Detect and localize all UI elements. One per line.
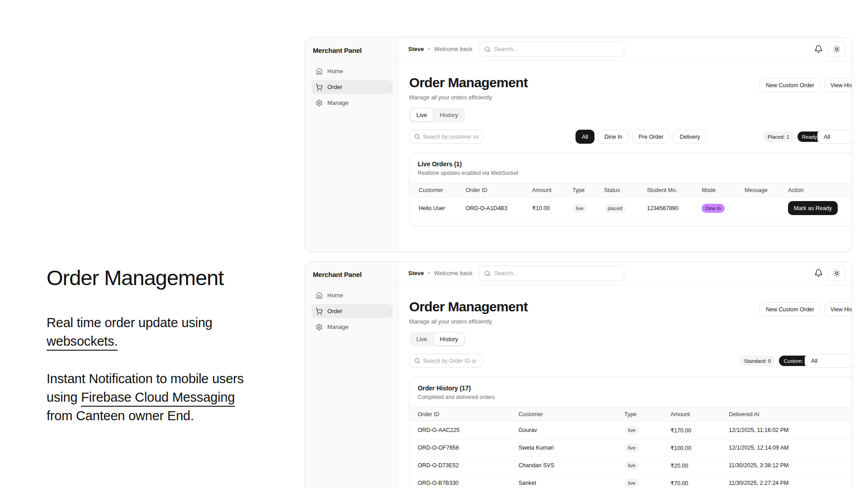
sidebar-nav: Home Order Manage (311, 288, 392, 334)
col-status: Status (604, 187, 647, 193)
order-tabs: Live History (409, 108, 465, 122)
card-title: Order History (17) (410, 385, 852, 392)
global-search-input[interactable] (494, 46, 619, 52)
range-select[interactable]: All (805, 354, 852, 368)
col-customer: Customer (419, 187, 466, 193)
sidebar-item-label: Home (327, 68, 343, 75)
sidebar-item-label: Manage (327, 99, 349, 106)
hero-paragraph-fcm: Instant Notification to mobile users usi… (47, 370, 291, 425)
cell-amount: ₹70.00 (670, 480, 729, 487)
standard-count-badge: Standard: 0 (740, 356, 775, 366)
sidebar-item-label: Home (327, 292, 343, 299)
type-badge: live (624, 443, 639, 452)
hero-p1-underlined: websockets. (47, 334, 118, 348)
sidebar-item-order[interactable]: Order (311, 304, 392, 318)
theme-toggle-button[interactable] (828, 266, 845, 281)
col-action: Action (788, 187, 852, 193)
history-search[interactable] (409, 354, 483, 368)
view-history-button[interactable]: View History (824, 78, 852, 92)
search-icon (484, 270, 491, 277)
tab-history[interactable]: History (434, 109, 464, 121)
card-subtitle: Realtime updates enabled via WebSocket (410, 170, 852, 176)
new-custom-order-button[interactable]: New Custom Order (760, 78, 821, 92)
table-header-row: Order ID Customer Type Amount Delivered … (410, 407, 852, 422)
mode-badge: Dine In (702, 204, 725, 213)
gear-icon (316, 324, 323, 331)
filter-all-button[interactable]: All (576, 130, 594, 144)
sun-icon (833, 270, 840, 277)
main-area: Steve • Welcome back Order Management Ma… (398, 262, 852, 488)
hero-p2-line2-prefix: using (47, 390, 81, 404)
sidebar-item-home[interactable]: Home (311, 288, 392, 302)
sidebar-item-home[interactable]: Home (311, 64, 392, 78)
col-delivered-at: Delivered At (729, 411, 852, 418)
hero-text-block: Order Management Real time order update … (47, 266, 291, 425)
card-bottom-spacer (410, 219, 852, 226)
sidebar-item-label: Order (327, 308, 342, 314)
welcome-text: Welcome back (434, 46, 472, 52)
cell-order-id: ORD-O-B7B330 (418, 480, 519, 486)
sidebar-item-manage[interactable]: Manage (311, 96, 392, 110)
global-search-input[interactable] (494, 270, 619, 277)
filter-pre-order-button[interactable]: Pre Order (632, 130, 670, 144)
tab-history[interactable]: History (434, 333, 464, 345)
global-search[interactable] (479, 266, 624, 281)
cart-icon (316, 84, 323, 91)
theme-toggle-button[interactable] (828, 42, 845, 57)
order-tabs: Live History (409, 332, 465, 347)
customer-search[interactable] (409, 130, 483, 144)
cell-order-id: ORD-O-AAC225 (418, 427, 519, 433)
col-type: Type (624, 411, 670, 418)
cell-amount: ₹10.00 (532, 205, 572, 211)
range-select[interactable]: All (817, 130, 852, 144)
table-header-row: Customer Order ID Amount Type Status Stu… (410, 183, 852, 197)
type-badge: live (624, 479, 639, 488)
home-icon (316, 68, 323, 75)
cell-customer: Gourav (519, 427, 624, 433)
cell-order-id: ORD-O-D73E52 (418, 462, 519, 469)
topbar-actions (814, 266, 845, 281)
sidebar-item-order[interactable]: Order (311, 80, 392, 94)
filter-delivery-button[interactable]: Delivery (673, 130, 706, 144)
card-title: Live Orders (1) (410, 160, 852, 168)
cell-customer: Hello User (419, 205, 466, 211)
page-content: Order Management Manage all your orders … (398, 61, 852, 227)
page-actions: New Custom Order View History (760, 78, 852, 92)
view-history-button[interactable]: View History (824, 302, 852, 316)
search-icon (484, 46, 491, 52)
mode-filters: All Dine In Pre Order Delivery (576, 130, 707, 144)
cell-amount: ₹20.00 (670, 462, 729, 469)
filter-dine-in-button[interactable]: Dine In (598, 130, 629, 144)
status-badge: placed (604, 204, 626, 213)
cell-customer: Chandan SVS (519, 462, 624, 469)
customer-search-input[interactable] (423, 134, 478, 140)
sidebar-item-manage[interactable]: Manage (311, 320, 392, 334)
sidebar-item-label: Order (327, 84, 342, 90)
user-name: Steve (408, 46, 424, 52)
col-mode: Mode (702, 187, 745, 193)
dot-separator: • (428, 46, 430, 52)
history-search-input[interactable] (423, 358, 478, 364)
tab-live[interactable]: Live (410, 333, 433, 345)
notifications-button[interactable] (814, 269, 823, 277)
history-row: ORD-O-AAC225 Gourav live ₹170.00 12/1/20… (410, 422, 852, 439)
topbar-actions (814, 42, 845, 57)
global-search[interactable] (479, 42, 624, 57)
new-custom-order-button[interactable]: New Custom Order (760, 302, 821, 316)
tab-live[interactable]: Live (410, 109, 433, 121)
bell-icon (814, 269, 823, 277)
cell-customer: Sanket (519, 480, 624, 486)
mark-as-ready-button[interactable]: Mark as Ready (788, 201, 838, 215)
history-row: ORD-O-B7B330 Sanket live ₹70.00 11/30/20… (410, 474, 852, 488)
topbar: Steve • Welcome back (398, 38, 852, 61)
sidebar-title: Merchant Panel (311, 271, 392, 278)
cell-customer: Sweta Kumari (519, 445, 624, 451)
sidebar-title: Merchant Panel (311, 47, 392, 54)
cell-delivered-at: 11/30/2025, 3:38:12 PM (729, 462, 852, 469)
home-icon (316, 292, 323, 299)
merchant-panel-history-view: Merchant Panel Home Order Manage Steve •… (305, 261, 852, 488)
sidebar: Merchant Panel Home Order Manage (305, 38, 398, 252)
hero-title: Order Management (47, 266, 291, 290)
filter-toolbar: All Dine In Pre Order Delivery Placed: 1… (409, 130, 841, 144)
notifications-button[interactable] (814, 45, 823, 53)
